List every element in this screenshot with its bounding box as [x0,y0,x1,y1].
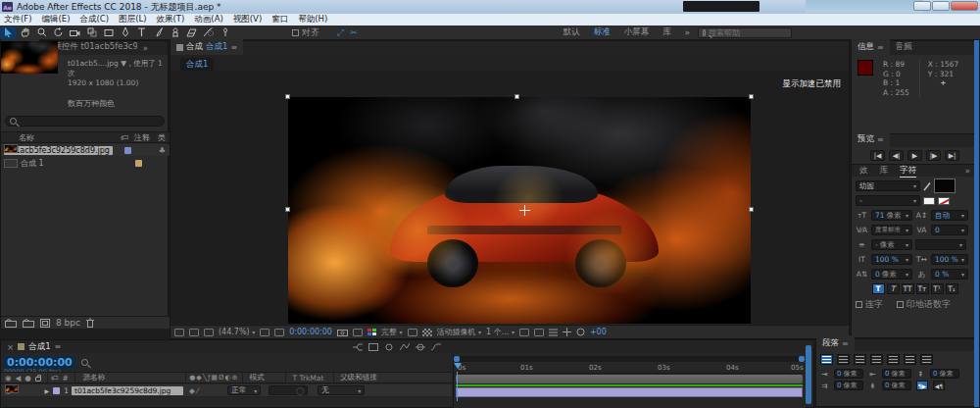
zoom-tool[interactable] [33,26,50,39]
viewer-timecode[interactable]: 0:00:00:00 [289,328,332,336]
pen-tool[interactable] [117,26,133,39]
interpret-footage-icon[interactable] [5,319,17,328]
stroke-style-dropdown[interactable]: ▾ [915,239,966,250]
panel-menu-icon[interactable]: ≡ [877,43,884,52]
horizontal-scale-field[interactable]: 100 %▾ [931,254,968,265]
parent-link-column[interactable]: 父级和链接 [340,373,377,382]
menu-help[interactable]: 帮助(H) [298,14,327,26]
timeline-comp-tab[interactable]: 合成1 [28,341,50,353]
show-snapshot-icon[interactable] [353,329,363,336]
viewport[interactable]: 显示加速已禁用 [171,71,849,324]
justify-last-left-button[interactable] [870,354,883,365]
source-name-column[interactable]: 源名称 [83,373,106,382]
comp-label-color[interactable] [135,160,142,167]
graph-editor-icon[interactable] [431,343,441,351]
last-frame-button[interactable]: ▶| [945,150,959,161]
layer-anchor-point[interactable] [519,205,530,216]
shy-icon[interactable] [384,343,394,351]
column-type[interactable]: 类 [158,132,166,143]
tsume-field[interactable]: 0 %▾ [931,269,968,280]
clone-stamp-tool[interactable] [167,26,183,39]
layer-label-color[interactable] [53,387,60,394]
hand-tool[interactable] [17,26,33,39]
trash-icon[interactable] [86,318,94,328]
layer-quality-switch[interactable]: ◆ ⁄ [189,386,198,395]
selection-handle-tm[interactable] [514,94,519,99]
footage-label-color[interactable] [124,147,131,154]
text-direction-ltr-button[interactable]: ¶▶ [916,381,928,390]
rulers-icon[interactable] [260,329,270,336]
first-frame-button[interactable]: |◀ [870,150,885,161]
menu-effect[interactable]: 效果(T) [157,14,185,26]
comp-row-name[interactable]: 合成 1 [21,158,44,169]
view-layout-dropdown[interactable]: 1 个... ▾ [486,327,514,337]
lock-icon[interactable] [35,377,41,382]
menu-edit[interactable]: 编辑(E) [42,14,71,26]
flowchart-icon[interactable] [563,328,571,336]
workspace-overflow[interactable]: » [685,27,690,37]
play-button[interactable]: ▶ [907,150,922,161]
footage-layer[interactable] [288,97,751,324]
tab-composition[interactable]: 合成 合成1 ≡ [171,39,243,55]
selection-handle-tr[interactable] [749,94,754,99]
roi-icon[interactable] [408,329,417,336]
window-right-scrollbar[interactable] [974,40,979,407]
label-column-icon[interactable]: 🏷 [121,133,128,142]
layer-name[interactable]: t01acb5fe3c9259c8d9.jpg [72,386,183,395]
menu-view[interactable]: 视图(V) [233,14,262,26]
label-column-icon[interactable]: 🏷 [51,374,59,382]
transparency-grid-icon[interactable] [422,329,432,336]
solo-icon[interactable]: ● [24,374,31,382]
zoom-level-dropdown[interactable]: (44.7%) ▾ [219,328,255,336]
puppet-pin-tool[interactable] [217,26,233,39]
maximize-button[interactable] [932,1,950,11]
small-caps-button[interactable]: Tт [916,283,929,294]
work-area-bar[interactable] [456,375,803,383]
mask-visibility-icon[interactable] [274,329,284,336]
workspace-default[interactable]: 默认 [564,26,580,38]
fill-color-swatch[interactable] [934,178,956,193]
layer-duration-bar[interactable] [456,387,803,397]
snap-checkbox[interactable] [292,29,299,36]
menu-window[interactable]: 窗口 [271,14,288,26]
ligatures-checkbox[interactable] [856,301,862,308]
mirror-viewer-icon[interactable] [204,329,214,336]
menu-file[interactable]: 文件(F) [4,14,32,26]
trkmat-dropdown[interactable]: ◯ [269,385,308,395]
frame-blend-icon[interactable] [400,343,410,351]
new-folder-icon[interactable] [23,319,34,328]
tab-character[interactable]: 字符 [900,165,916,178]
timeline-h-scrollbar[interactable] [454,356,805,362]
exposure-value[interactable]: +00 [590,328,607,336]
pixel-aspect-icon[interactable] [519,329,529,336]
local-axis-icon[interactable]: ✂ [350,27,358,37]
timeline-graph-area[interactable]: 0s 01s 02s 03s 04s 05s [453,354,806,408]
align-left-button[interactable] [820,354,833,365]
snap-toggle[interactable]: 对齐 [292,26,319,39]
roto-brush-tool[interactable] [200,26,217,39]
show-channels-icon[interactable] [368,329,376,335]
help-search-input[interactable] [709,28,787,37]
active-camera-dropdown[interactable]: 活动摄像机 ▾ [437,327,482,337]
indent-right-field[interactable]: 0像素 [882,369,911,379]
playhead[interactable] [454,363,463,373]
bit-depth[interactable]: 8 bpc [56,318,80,328]
align-right-button[interactable] [854,354,866,365]
selection-handle-ml[interactable] [285,207,290,212]
all-caps-button[interactable]: TT [902,283,914,294]
motion-blur-icon[interactable] [416,343,425,351]
subscript-button[interactable]: T₁ [946,283,958,294]
vertical-scale-field[interactable]: 100 %▾ [871,254,912,265]
timeline-button-icon[interactable] [549,329,558,336]
tab-effects-presets[interactable]: 效 [859,165,868,177]
resolution-dropdown[interactable]: 完整 ▾ [381,327,403,337]
first-line-indent-field[interactable]: 0像素 [834,381,863,390]
project-tab-overflow[interactable]: » [137,41,154,55]
eraser-tool[interactable] [183,26,200,39]
ligatures-toggle[interactable]: 连字 [856,298,883,311]
new-composition-icon[interactable] [40,319,50,328]
align-center-button[interactable] [837,354,850,365]
panel-menu-icon[interactable]: ≡ [842,339,849,348]
comp-mini-flowchart-icon[interactable] [353,343,363,351]
mode-column[interactable]: 模式 [249,373,264,382]
